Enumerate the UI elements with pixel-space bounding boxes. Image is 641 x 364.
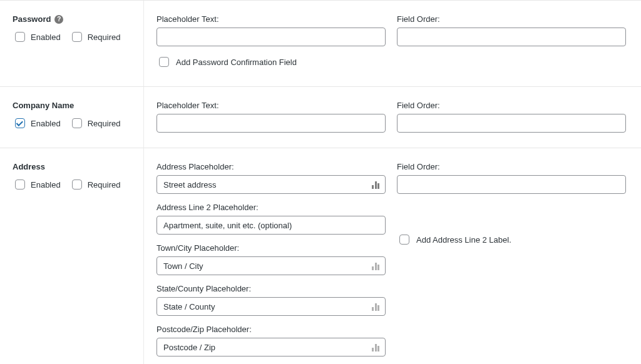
password-title-row: Password ? (13, 14, 131, 24)
address-addr2-showlabel-row[interactable]: Add Address Line 2 Label. (397, 233, 626, 246)
company-order-label: Field Order: (397, 101, 626, 110)
password-confirm-row[interactable]: Add Password Confirmation Field (156, 55, 386, 69)
autofill-icon (372, 302, 381, 311)
address-toggles: Enabled Required (13, 178, 131, 191)
address-state-label: State/County Placeholder: (156, 284, 386, 293)
section-company-left: Company Name Enabled Required (0, 87, 144, 148)
address-enabled-checkbox[interactable] (15, 179, 25, 190)
address-order-label: Field Order: (397, 162, 626, 171)
address-addr-label: Address Placeholder: (156, 162, 386, 171)
company-required-checkbox[interactable] (72, 118, 82, 128)
address-state-wrap (156, 297, 386, 316)
section-company-right: Placeholder Text: Field Order: (144, 87, 641, 148)
section-company: Company Name Enabled Required Placeholde… (0, 86, 641, 148)
autofill-icon (372, 343, 381, 351)
company-required-label: Required (88, 119, 121, 128)
company-placeholder-label: Placeholder Text: (156, 101, 386, 110)
password-required-label-wrap[interactable]: Required (69, 30, 121, 44)
address-order-wrap (397, 175, 626, 194)
company-placeholder-wrap (156, 114, 386, 133)
password-required-label: Required (88, 33, 121, 42)
address-mid-col: Address Placeholder: Address Line 2 Plac… (156, 162, 386, 356)
address-addr2-wrap (156, 216, 386, 235)
company-order-wrap (397, 114, 626, 133)
company-title-row: Company Name (13, 101, 131, 110)
address-addr-input[interactable] (156, 175, 386, 194)
password-enabled-label-wrap[interactable]: Enabled (13, 30, 61, 44)
address-addr2-showlabel-text: Add Address Line 2 Label. (416, 235, 511, 245)
company-placeholder-input[interactable] (156, 114, 386, 133)
address-required-label: Required (88, 180, 121, 190)
spacer (397, 203, 626, 218)
company-required-label-wrap[interactable]: Required (69, 116, 121, 130)
password-placeholder-wrap (156, 28, 386, 46)
address-zip-label: Postcode/Zip Placeholder: (156, 325, 386, 334)
password-order-label: Field Order: (397, 14, 626, 24)
section-address: Address Enabled Required Address Placeho… (0, 148, 641, 364)
password-toggles: Enabled Required (13, 30, 131, 44)
section-address-left: Address Enabled Required (0, 148, 144, 364)
address-title: Address (13, 162, 45, 171)
address-required-label-wrap[interactable]: Required (69, 178, 121, 191)
address-required-checkbox[interactable] (72, 179, 82, 190)
address-addr-wrap (156, 175, 386, 194)
autofill-icon (372, 261, 381, 270)
company-title: Company Name (13, 101, 74, 110)
company-enabled-checkbox[interactable] (15, 118, 25, 128)
address-city-input[interactable] (156, 256, 386, 275)
address-zip-wrap (156, 338, 386, 356)
autofill-icon (372, 180, 381, 189)
company-enabled-label-wrap[interactable]: Enabled (13, 116, 61, 130)
section-password-left: Password ? Enabled Required (0, 1, 144, 86)
address-addr2-showlabel-checkbox[interactable] (399, 235, 409, 245)
address-state-input[interactable] (156, 297, 386, 316)
help-icon[interactable]: ? (54, 15, 63, 24)
section-password: Password ? Enabled Required Placeholder … (0, 0, 641, 86)
password-order-wrap (397, 28, 626, 46)
password-enabled-checkbox[interactable] (15, 32, 25, 42)
address-title-row: Address (13, 162, 131, 171)
address-addr2-label: Address Line 2 Placeholder: (156, 203, 386, 212)
address-enabled-label: Enabled (31, 180, 61, 190)
section-password-right: Placeholder Text: Add Password Confirmat… (144, 1, 641, 86)
address-city-label: Town/City Placeholder: (156, 243, 386, 253)
company-enabled-label: Enabled (31, 119, 61, 128)
password-title: Password (13, 14, 51, 24)
password-placeholder-label: Placeholder Text: (156, 14, 386, 24)
password-required-checkbox[interactable] (72, 32, 82, 42)
address-enabled-label-wrap[interactable]: Enabled (13, 178, 61, 191)
password-order-input[interactable] (397, 28, 626, 46)
company-mid-col: Placeholder Text: (156, 101, 386, 133)
address-addr2-input[interactable] (156, 216, 386, 235)
password-placeholder-input[interactable] (156, 28, 386, 46)
address-city-wrap (156, 256, 386, 275)
password-confirm-checkbox[interactable] (159, 57, 169, 67)
password-mid-col: Placeholder Text: Add Password Confirmat… (156, 14, 386, 71)
company-toggles: Enabled Required (13, 116, 131, 130)
address-zip-input[interactable] (156, 338, 386, 356)
password-end-col: Field Order: (397, 14, 626, 71)
company-end-col: Field Order: (397, 101, 626, 133)
section-address-right: Address Placeholder: Address Line 2 Plac… (144, 148, 641, 364)
password-enabled-label: Enabled (31, 33, 61, 42)
company-order-input[interactable] (397, 114, 626, 133)
address-end-col: Field Order: Add Address Line 2 Label. (397, 162, 626, 356)
password-confirm-label: Add Password Confirmation Field (176, 58, 297, 67)
address-order-input[interactable] (397, 175, 626, 194)
